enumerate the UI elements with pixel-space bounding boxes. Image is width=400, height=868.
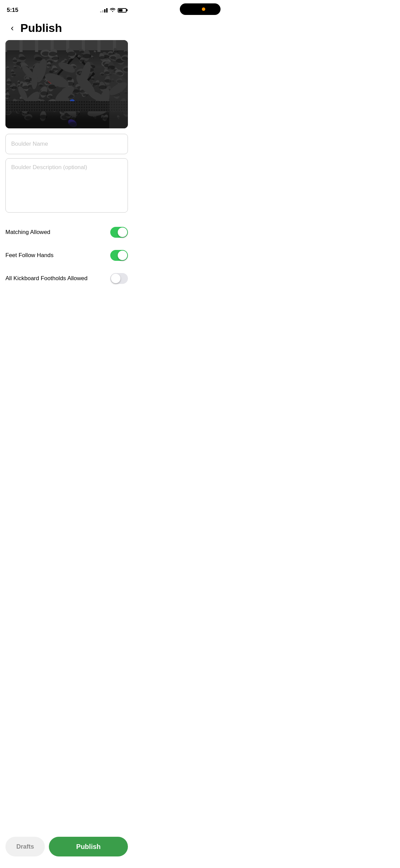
- toggle-label-matching: Matching Allowed: [5, 229, 50, 236]
- toggle-row-matching: Matching Allowed: [5, 221, 128, 244]
- signal-bar-3: [104, 9, 106, 13]
- toggle-section: Matching Allowed Feet Follow Hands All K…: [0, 221, 133, 290]
- toggle-feet-follow-hands[interactable]: [110, 250, 128, 261]
- status-icons: [100, 7, 127, 13]
- toggle-kickboard-footholds[interactable]: [110, 273, 128, 284]
- toggle-thumb-feet: [118, 251, 127, 260]
- bottom-spacer: [0, 290, 133, 331]
- battery-icon: [118, 8, 127, 13]
- toggle-row-kickboard: All Kickboard Footholds Allowed: [5, 267, 128, 290]
- status-time: 5:15: [7, 7, 18, 14]
- wall-canvas: [5, 40, 128, 128]
- status-bar: 5:15: [0, 0, 133, 18]
- toggle-thumb-kickboard: [111, 274, 120, 283]
- wifi-icon: [110, 7, 116, 13]
- signal-bar-1: [100, 11, 101, 13]
- toggle-thumb-matching: [118, 228, 127, 237]
- signal-bars: [100, 8, 108, 13]
- signal-bar-2: [102, 10, 103, 13]
- boulder-description-input[interactable]: [5, 158, 128, 213]
- page-title: Publish: [20, 21, 62, 35]
- form-section: [0, 128, 133, 221]
- signal-bar-4: [106, 8, 108, 13]
- wall-image: [5, 40, 128, 128]
- toggle-label-kickboard: All Kickboard Footholds Allowed: [5, 275, 88, 282]
- toggle-matching-allowed[interactable]: [110, 227, 128, 238]
- toggle-row-feet: Feet Follow Hands: [5, 244, 128, 267]
- toggle-label-feet: Feet Follow Hands: [5, 252, 54, 259]
- header: ‹ Publish: [0, 18, 133, 40]
- boulder-name-input[interactable]: [5, 134, 128, 154]
- back-chevron-icon: ‹: [11, 23, 14, 32]
- battery-fill: [119, 9, 122, 12]
- back-button[interactable]: ‹: [5, 21, 19, 35]
